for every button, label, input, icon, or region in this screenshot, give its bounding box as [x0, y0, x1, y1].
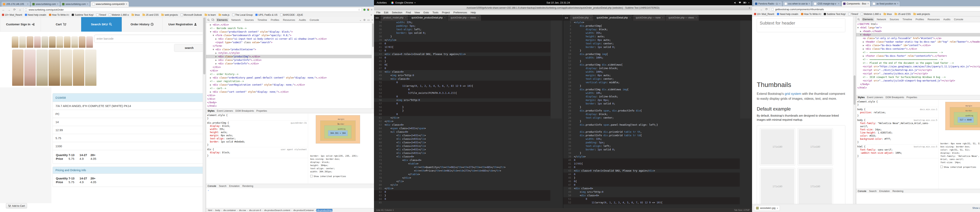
styles-rules[interactable]: element.style {}body {docs.min.css:1posi… — [856, 100, 939, 189]
bookmark-item[interactable]: 10+ Mod_Rewrit — [2, 14, 22, 16]
devtools-tab-profiles[interactable]: Profiles — [915, 17, 925, 21]
tab-close-icon[interactable]: × — [779, 1, 781, 6]
bookmark-item[interactable]: linux — [884, 13, 892, 16]
pane-tab-rendering[interactable]: Rendering — [242, 185, 253, 188]
tab-close-icon[interactable]: × — [838, 1, 839, 6]
devtools-tab-profiles[interactable]: Profiles — [270, 18, 280, 22]
search-button[interactable]: search — [174, 44, 204, 52]
barcode-input[interactable]: enter barcode — [94, 35, 204, 43]
devtools-tab-elements[interactable]: Elements — [216, 18, 229, 22]
element-node[interactable]: <script src="../dist/js/bootstrap.min.js… — [856, 68, 980, 72]
minimap[interactable] — [740, 21, 751, 119]
editor-tab[interactable]: quickOrder.php — views× — [448, 15, 481, 21]
site-tab-order-history[interactable]: Order History — [122, 17, 162, 32]
product-image[interactable] — [73, 50, 84, 86]
devtools-tab-timeline[interactable]: Timeline — [256, 18, 268, 22]
product-image[interactable] — [12, 50, 24, 86]
element-node[interactable]: <!-- user registration--> — [206, 79, 372, 83]
browser-tab[interactable]: 205.178.146.105× — [1, 2, 30, 7]
console-area[interactable]: › — [206, 188, 374, 208]
element-node[interactable]: <!-- ===================================… — [856, 58, 980, 61]
element-node[interactable]: <!DOCTYPE html> — [856, 22, 980, 26]
devtools-tab-elements[interactable]: Elements — [862, 17, 874, 21]
editor-tab[interactable]: quickOrder.php — views× — [666, 15, 699, 21]
battery-icon[interactable] — [743, 2, 746, 3]
menu-selection[interactable]: Selection — [392, 11, 402, 14]
thumbnail-link[interactable]: 171x180 — [760, 128, 795, 165]
menu-icon[interactable]: ≡ — [371, 8, 372, 11]
device-icon[interactable] — [212, 19, 214, 21]
pane-tab-dom-breakpoints[interactable]: DOM Breakpoints — [235, 109, 254, 112]
menu-project[interactable]: Project — [442, 11, 450, 14]
page-scrollbar[interactable] — [203, 17, 206, 212]
browser-tab[interactable]: Pandora Radio - Li× — [753, 1, 782, 6]
element-node[interactable]: </html> — [206, 104, 372, 108]
bookmark-item[interactable]: to learn — [205, 14, 216, 16]
pane-tab-properties[interactable]: Properties — [907, 96, 917, 99]
window-close-icon[interactable]: x — [749, 6, 750, 9]
browser-tab[interactable]: Components · Boo× — [842, 1, 870, 6]
pane-tab-styles[interactable]: Styles — [858, 96, 865, 99]
devtools-tab-network[interactable]: Network — [876, 17, 887, 21]
element-node[interactable]: <!-- Placed at the end of the document s… — [856, 61, 980, 65]
product-image[interactable] — [85, 50, 96, 86]
site-tab-customer-sign-in[interactable]: Customer Sign In — [0, 17, 41, 32]
element-node[interactable]: </div> — [206, 94, 372, 97]
styles-rules[interactable]: element.style {}div.productImg {quickOrd… — [206, 113, 308, 184]
element-node[interactable]: <script src="../assets/js/docs.min.js"><… — [856, 72, 980, 75]
product-thumbnail-image[interactable] — [19, 36, 26, 48]
volume-icon[interactable] — [734, 2, 737, 4]
site-tab-search-sku[interactable]: Search SKU — [81, 17, 122, 32]
tab-close-icon[interactable]: × — [629, 15, 630, 21]
element-node[interactable]: <!-- IE10 viewport hack for Surface/desk… — [856, 75, 980, 79]
code-editor[interactable]: 34 width: 33%;35 padding: 5px;36 text-al… — [374, 21, 550, 208]
product-thumbnail-image[interactable] — [27, 36, 33, 48]
tab-close-icon[interactable]: × — [478, 15, 479, 21]
thumbnail-link[interactable]: 171x180 — [797, 168, 833, 204]
bookmark-item[interactable]: Webmin 1.660 o — [109, 14, 129, 16]
menu-tools[interactable]: Tools — [433, 11, 438, 14]
tab-close-icon[interactable]: × — [662, 15, 663, 21]
bookmark-item[interactable]: Sublime Text Keyl — [824, 13, 845, 16]
bookmark-item[interactable]: Timesf — [96, 14, 106, 16]
activities-button[interactable]: Activities — [377, 1, 387, 4]
menu-find[interactable]: Find — [406, 11, 411, 14]
bookmark-item[interactable]: web projects — [161, 14, 178, 16]
show-inherited-checkbox[interactable]: Show inherited properties — [940, 166, 980, 169]
menu-edit[interactable]: Edit — [384, 11, 388, 14]
element-node[interactable]: ▶ <div class="cart content" style="displ… — [206, 90, 372, 94]
sublime-titlebar[interactable]: /run/user/1000/gvfs/smb-share;server=192… — [374, 5, 752, 10]
product-thumbnail-image[interactable] — [56, 36, 63, 48]
devtools-tab-resources[interactable]: Resources — [927, 17, 941, 21]
browser-tab[interactable]: CSS margin-top v× — [812, 1, 841, 6]
menu-goto[interactable]: Goto — [423, 11, 429, 14]
pane-tab-emulation[interactable]: Emulation — [879, 190, 889, 193]
editor-tab[interactable]: product_model.php× — [381, 15, 408, 21]
pane-tab-search[interactable]: Search — [869, 190, 877, 193]
breadcrumb-item[interactable]: html — [207, 209, 213, 212]
bookmark-item[interactable]: Microsoft Outlook — [181, 14, 202, 16]
css-rule[interactable]: html {bootstrap.min.css:5font-family: sa… — [856, 145, 939, 158]
product-thumbnail-image[interactable] — [34, 36, 41, 48]
url-bar[interactable]: ☆ — [770, 7, 980, 11]
extension-color-icon[interactable] — [367, 9, 369, 11]
element-node[interactable]: ▶ <head>…</head> — [856, 29, 980, 33]
css-rule[interactable]: body {docs.min.css:1position: relative;} — [856, 107, 939, 118]
tab-close-icon[interactable]: × — [590, 15, 591, 21]
element-node[interactable]: </html> — [856, 86, 980, 90]
pane-tab-emulation[interactable]: Emulation — [229, 185, 240, 188]
element-node[interactable]: </div> — [206, 65, 372, 69]
bookmark-item[interactable]: 10+ Mod_Rewrit — [754, 13, 774, 16]
breadcrumb-item[interactable]: div.productImg — [317, 209, 332, 212]
thumbnail-link[interactable]: 171x180 — [797, 128, 833, 165]
devtools-tab-network[interactable]: Network — [230, 18, 242, 22]
element-node[interactable]: </body> — [206, 101, 372, 104]
css-rule[interactable]: element.style {} — [206, 113, 308, 121]
product-image[interactable] — [49, 50, 60, 86]
product-thumbnail-image[interactable] — [12, 36, 18, 48]
extension-green-icon[interactable] — [363, 9, 366, 11]
code-editor[interactable]: 1<style>2 div.productImg{3 display: bloc… — [563, 21, 740, 208]
checkbox-icon[interactable] — [310, 175, 313, 177]
element-node[interactable]: </body> — [856, 82, 980, 86]
reload-icon[interactable]: ⟳ — [765, 8, 768, 11]
